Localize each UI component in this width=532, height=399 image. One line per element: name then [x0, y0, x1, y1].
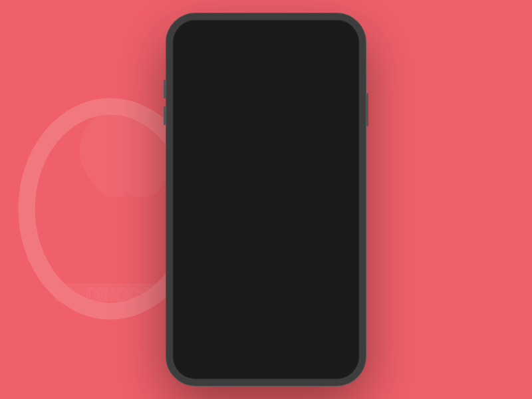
or-line-left [189, 304, 237, 305]
dinoco-logo: DINOCO [236, 48, 296, 91]
terms-checkbox[interactable] [189, 251, 197, 259]
phone-device: DINOCO SIGN UP LOG IN [166, 13, 366, 386]
google-label: Google [299, 322, 325, 331]
first-name-input[interactable] [189, 140, 263, 162]
auth-tabs: SIGN UP LOG IN [189, 106, 272, 120]
signup-button[interactable]: SIGN UP [189, 267, 343, 293]
screen-content: DINOCO SIGN UP LOG IN [173, 20, 359, 379]
google-button[interactable]: Google [268, 315, 343, 338]
power-button [366, 93, 368, 126]
terms-row: I have accepted the Terms & Conditions [189, 251, 343, 259]
facebook-button[interactable]: f facebook [189, 315, 263, 338]
volume-button-up [164, 80, 166, 98]
or-text: Or Sign Up With [242, 301, 290, 308]
terms-link[interactable]: Terms & Conditions [261, 251, 319, 259]
home-indicator [239, 366, 293, 368]
tab-signup[interactable]: SIGN UP [192, 106, 229, 120]
or-line-right [295, 304, 343, 305]
confirm-password-input[interactable] [189, 220, 343, 241]
toggle-password-icon[interactable] [327, 200, 336, 209]
terms-label-text: I have accepted the Terms & Conditions [201, 251, 319, 259]
password-field-wrapper [189, 194, 343, 215]
volume-button-down [164, 106, 166, 125]
tab-login[interactable]: LOG IN [240, 106, 272, 120]
svg-point-7 [273, 62, 277, 65]
facebook-icon: f [205, 321, 207, 331]
email-input[interactable] [189, 167, 343, 188]
svg-rect-11 [243, 82, 289, 83]
or-divider: Or Sign Up With [189, 301, 343, 308]
svg-text:DINOCO: DINOCO [86, 285, 154, 303]
name-row [189, 140, 343, 162]
svg-text:DINOCO: DINOCO [255, 81, 278, 87]
google-icon [287, 321, 295, 331]
phone-screen: DINOCO SIGN UP LOG IN [173, 20, 359, 379]
svg-rect-9 [263, 73, 265, 77]
login-link[interactable]: Login [297, 344, 315, 352]
already-account-row: Already have an account? Login [217, 344, 315, 352]
last-name-input[interactable] [269, 140, 343, 162]
tab-divider [189, 130, 343, 131]
facebook-label: facebook [211, 322, 247, 331]
social-buttons: f facebook Google [189, 315, 343, 338]
svg-rect-8 [267, 73, 270, 77]
logo-container: DINOCO [236, 48, 296, 94]
password-input[interactable] [189, 194, 343, 215]
